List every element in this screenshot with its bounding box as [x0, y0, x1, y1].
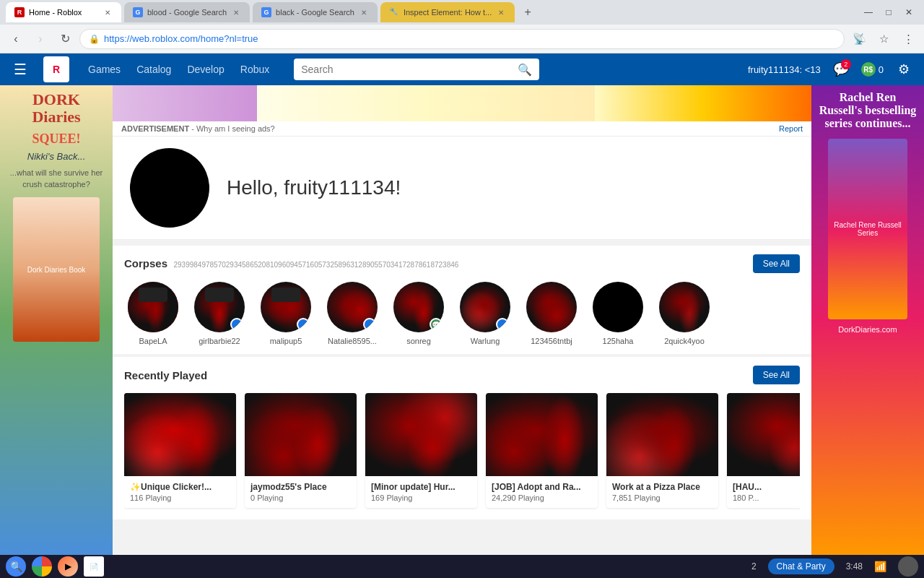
tab-label-roblox: Home - Roblox — [29, 8, 98, 17]
window-controls: — □ ✕ — [859, 6, 918, 19]
taskbar-time: 3:48 — [846, 561, 863, 571]
taskbar-docs-button[interactable]: 📄 — [84, 556, 104, 577]
settings-icon-button[interactable]: ⚙ — [892, 58, 915, 81]
recently-played-header: Recently Played See All — [124, 366, 800, 384]
game-thumb-1 — [245, 393, 357, 476]
hamburger-button[interactable]: ☰ — [9, 58, 32, 81]
robux-display[interactable]: R$ 0 — [861, 62, 884, 77]
friend-name-girlbarbie22: girlbarbie22 — [199, 337, 240, 345]
username-display: fruity111134: <13 — [748, 64, 821, 75]
corpses-section: Corpses 29399849785702934586520810960945… — [113, 246, 811, 354]
chat-badge: 2 — [841, 59, 851, 69]
tab-close-blood[interactable]: ✕ — [231, 7, 241, 17]
search-icon[interactable]: 🔍 — [518, 63, 532, 77]
friend-name-malipup5: malipup5 — [270, 337, 302, 345]
friend-avatar-girlbarbie22: 👤 — [194, 282, 245, 332]
recently-played-title: Recently Played — [124, 369, 207, 381]
right-ad-image: Rachel Ren Russell's bestselling series … — [811, 85, 924, 555]
robux-count: 0 — [879, 64, 884, 75]
recently-played-see-all-button[interactable]: See All — [753, 366, 800, 384]
maximize-button[interactable]: □ — [879, 6, 898, 19]
taskbar-avatar[interactable] — [898, 556, 918, 577]
game-card-4[interactable]: Work at a Pizza Place 7,851 Playing — [606, 393, 718, 508]
tab-inspect[interactable]: 🔧 Inspect Element: How t... ✕ — [380, 2, 515, 22]
game-title-5: [HAU... — [733, 482, 800, 492]
left-advertisement: DORKDiaries SQUEE! Nikki's Back... ...wh… — [0, 85, 113, 555]
game-title-3: [JOB] Adopt and Ra... — [492, 482, 592, 492]
right-ad-book: Rachel Rene Russell Series — [828, 139, 907, 319]
friend-name-bapela: BapeLA — [139, 337, 167, 345]
tab-blood-search[interactable]: G blood - Google Search ✕ — [124, 2, 250, 22]
tab-close-black[interactable]: ✕ — [359, 7, 369, 17]
ad-why-text: - Why am I seeing ads? — [191, 124, 275, 133]
taskbar-chrome-button[interactable] — [32, 556, 52, 577]
report-link[interactable]: Report — [779, 124, 803, 133]
game-info-5: [HAU... 180 P... — [727, 476, 800, 508]
online-badge-malipup5: 👤 — [297, 318, 310, 331]
friend-avatar-bapela — [128, 282, 178, 332]
corpses-header: Corpses 29399849785702934586520810960945… — [124, 254, 800, 273]
ad-banner-bar: ADVERTISEMENT - Why am I seeing ads? Rep… — [113, 121, 811, 137]
roblox-header: ☰ R Games Catalog Develop Robux 🔍 fruity… — [0, 53, 924, 85]
corpses-see-all-button[interactable]: See All — [753, 254, 800, 273]
menu-icon[interactable]: ⋮ — [898, 29, 918, 49]
game-thumb-5 — [727, 393, 800, 476]
game-playing-2: 169 Playing — [371, 493, 471, 502]
tab-close-inspect[interactable]: ✕ — [496, 7, 506, 17]
nav-catalog[interactable]: Catalog — [129, 59, 178, 79]
address-bar: ‹ › ↻ 🔒 https://web.roblox.com/home?nl=t… — [0, 25, 924, 53]
friend-name-sonreg: sonreg — [406, 337, 431, 345]
roblox-logo[interactable]: R — [43, 56, 69, 82]
friend-malipup5: 👤 malipup5 — [257, 282, 315, 345]
game-thumb-splat-0 — [124, 393, 236, 476]
game-info-2: [Minor update] Hur... 169 Playing — [365, 476, 477, 508]
friend-avatar-natalie: 👤 — [327, 282, 378, 332]
nav-robux[interactable]: Robux — [233, 59, 276, 79]
close-button[interactable]: ✕ — [899, 6, 918, 19]
robux-icon: R$ — [861, 62, 876, 77]
game-thumb-4 — [606, 393, 718, 476]
games-grid: ✨Unique Clicker!... 116 Playing jaymodz5… — [124, 393, 800, 511]
ad-label-bold: ADVERTISEMENT — [121, 124, 189, 133]
taskbar-wifi-icon: 📶 — [874, 561, 886, 572]
forward-button[interactable]: › — [30, 29, 51, 49]
right-ad-sub: DorkDiaries.com — [838, 325, 897, 334]
new-tab-button[interactable]: + — [518, 2, 538, 22]
friend-name-2quick4yoo: 2quick4yoo — [664, 337, 705, 345]
game-card-3[interactable]: [JOB] Adopt and Ra... 24,290 Playing — [486, 393, 598, 508]
game-card-5[interactable]: [HAU... 180 P... — [727, 393, 800, 508]
banner-right — [595, 85, 811, 121]
tab-roblox[interactable]: R Home - Roblox ✕ — [6, 2, 121, 22]
tab-black-search[interactable]: G black - Google Search ✕ — [253, 2, 378, 22]
friend-avatar-2quick4yoo — [659, 282, 710, 332]
back-button[interactable]: ‹ — [6, 29, 26, 49]
tab-label-blood: blood - Google Search — [147, 8, 227, 17]
nav-games[interactable]: Games — [81, 59, 128, 79]
friend-name-123456tntbj: 123456tntbj — [531, 337, 572, 345]
chat-party-button[interactable]: Chat & Party — [768, 558, 834, 574]
left-ad-squee: SQUEE! — [32, 131, 80, 147]
bookmark-icon[interactable]: ☆ — [873, 29, 894, 49]
friend-avatar-123456tntbj — [526, 282, 577, 332]
header-right: fruity111134: <13 💬 2 R$ 0 ⚙ — [748, 58, 915, 81]
game-card-1[interactable]: jaymodz55's Place 0 Playing — [245, 393, 357, 508]
reload-button[interactable]: ↻ — [55, 29, 75, 49]
url-bar[interactable]: 🔒 https://web.roblox.com/home?nl=true — [79, 29, 845, 49]
friend-avatar-malipup5: 👤 — [261, 282, 311, 332]
game-playing-5: 180 P... — [733, 493, 800, 502]
cast-icon[interactable]: 📡 — [849, 29, 869, 49]
tab-label-black: black - Google Search — [276, 8, 354, 17]
game-card-2[interactable]: [Minor update] Hur... 169 Playing — [365, 393, 477, 508]
chat-icon-button[interactable]: 💬 2 — [829, 58, 853, 81]
banner-center — [257, 85, 595, 121]
game-info-0: ✨Unique Clicker!... 116 Playing — [124, 476, 236, 508]
nav-develop[interactable]: Develop — [180, 59, 231, 79]
game-card-0[interactable]: ✨Unique Clicker!... 116 Playing — [124, 393, 236, 508]
recently-played-section: Recently Played See All ✨Unique Clicker!… — [113, 357, 811, 519]
friend-avatar-warlung: 👤 — [460, 282, 510, 332]
taskbar-appstore-button[interactable]: ▶ — [58, 556, 78, 577]
taskbar-search-button[interactable]: 🔍 — [6, 556, 26, 577]
tab-close-roblox[interactable]: ✕ — [103, 7, 113, 17]
minimize-button[interactable]: — — [859, 6, 878, 19]
search-input[interactable] — [301, 64, 512, 75]
